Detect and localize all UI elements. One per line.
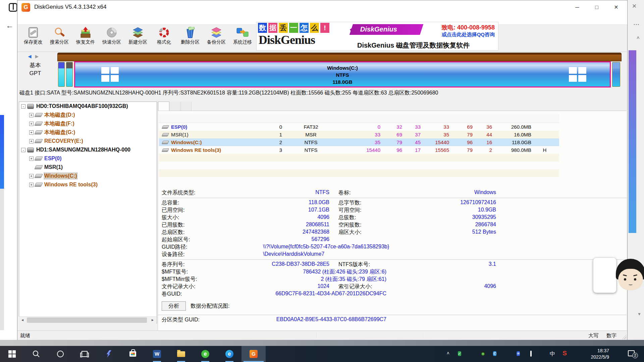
expand-box-icon[interactable]: + [29, 113, 34, 117]
more-options-icon[interactable]: ⋯ [633, 21, 640, 28]
table-row[interactable] [159, 177, 559, 185]
quick-partition-button[interactable]: 快速分区 [99, 25, 125, 52]
search-icon [33, 350, 40, 358]
tree-item[interactable]: - HD1:SAMSUNGMZNLN128HAHQ-000 [19, 145, 157, 154]
task-view-button[interactable] [72, 346, 97, 362]
menu-item[interactable] [29, 14, 37, 24]
scroll-right-icon[interactable]: ► [149, 317, 156, 323]
tree-item[interactable]: + ESP(0) [19, 154, 157, 163]
partition-block-msr[interactable] [66, 62, 73, 87]
tab[interactable] [180, 102, 192, 111]
detail-value: 4096 [219, 214, 329, 220]
taskbar-app-diskgenius[interactable]: G [241, 346, 266, 362]
format-button[interactable]: 格式化 [151, 25, 177, 52]
expand-box-icon[interactable]: + [29, 174, 34, 178]
table-row[interactable]: Windows RE tools(3) 3 NTFS 15440 96 17 1… [159, 146, 559, 154]
next-disk-arrow-icon[interactable]: ► [34, 53, 40, 60]
input-method-indicator[interactable]: 中 [550, 351, 555, 358]
input-method-widget[interactable] [593, 257, 616, 293]
table-row[interactable] [159, 169, 559, 177]
tree-item[interactable]: + RECOVERY(E:) [19, 137, 157, 145]
expand-box-icon[interactable]: + [29, 183, 34, 187]
partition-type-guid-row: 分区类型 GUID:EBD0A0A2-B9E5-4433-87C0-68B6B7… [162, 316, 627, 324]
backup-partition-icon [210, 27, 223, 38]
taskbar-app-edge[interactable]: e [217, 346, 241, 362]
prev-disk-arrow-icon[interactable]: ◄ [27, 53, 33, 60]
tray-display-icon[interactable] [530, 351, 532, 357]
tree-item[interactable]: + 本地磁盘(F:) [19, 119, 157, 128]
delete-partition-button[interactable]: 删除分区 [177, 25, 203, 52]
scrollbar-thumb[interactable] [27, 317, 147, 323]
recover-files-button[interactable]: 恢复文件 [72, 25, 99, 52]
menu-item[interactable] [37, 14, 45, 24]
tray-nvidia-icon[interactable]: ◉ [481, 351, 485, 357]
tree-item[interactable]: + Windows RE tools(3) [19, 180, 157, 189]
expand-box-icon[interactable]: + [29, 122, 34, 126]
taskbar-app-explorer[interactable] [169, 346, 193, 362]
expand-box-icon[interactable]: + [29, 130, 34, 135]
partition-block-re-tools[interactable] [612, 62, 620, 87]
partition-block-esp[interactable] [58, 62, 65, 87]
analyze-button[interactable]: 分析 [162, 301, 186, 311]
table-row[interactable]: Windows(C:) 2 NTFS 35 79 45 15440 96 16 … [159, 138, 559, 146]
tree-item[interactable]: + Windows(C:) [19, 172, 157, 180]
tree-item[interactable]: - HD0:TOSHIBAMQ04ABF100(932GB) [19, 102, 157, 111]
tab[interactable] [169, 102, 180, 111]
tree-horizontal-scrollbar[interactable]: ◄ ► [19, 316, 156, 323]
scroll-left-icon[interactable]: ◄ [19, 317, 26, 323]
expand-box-icon[interactable]: - [21, 104, 25, 109]
tree-item[interactable]: + 本地磁盘(D:) [19, 111, 157, 119]
back-arrow-icon[interactable]: ← [6, 21, 14, 30]
start-button[interactable] [0, 346, 24, 362]
expand-box-icon[interactable]: + [29, 157, 34, 161]
sogou-icon[interactable]: S [562, 350, 567, 357]
taskbar-search-button[interactable] [24, 346, 48, 362]
taskbar-app-word[interactable]: W [145, 346, 169, 362]
search-partition-button[interactable]: 搜索分区 [46, 25, 72, 52]
menu-item[interactable] [61, 14, 69, 24]
taskbar-clock[interactable]: 18:37 2022/5/9 [591, 348, 609, 360]
tree-item-label: RECOVERY(E:) [44, 138, 83, 144]
disk-capacity-strip[interactable] [57, 53, 622, 61]
menu-item[interactable] [45, 14, 53, 24]
expand-box-icon[interactable]: + [29, 139, 34, 143]
tray-chat-icon[interactable]: ✆ [493, 351, 496, 357]
tray-snowflake-icon[interactable]: ✳ [517, 351, 520, 357]
taskbar-app-feishu[interactable] [97, 346, 121, 362]
backup-partition-button[interactable]: 备份分区 [203, 25, 229, 52]
new-partition-button[interactable]: 新建分区 [125, 25, 151, 52]
table-row[interactable]: ESP(0) 0 FAT32 0 32 33 33 69 36 260.0MB [159, 123, 559, 131]
resize-grip[interactable] [622, 335, 627, 339]
advertisement-banner[interactable]: 数据丢一怎么! DiskGenius DiskGenius 致电: 400-00… [256, 22, 498, 51]
menu-item[interactable] [53, 14, 61, 24]
table-row[interactable] [159, 162, 559, 169]
scroll-down-icon[interactable]: ▼ [637, 312, 641, 316]
close-button[interactable]: ✕ [606, 0, 626, 14]
browser-icon: e [201, 350, 209, 358]
save-changes-button[interactable]: 保存更改 [20, 25, 46, 52]
taskbar-app-browser[interactable]: e [193, 346, 217, 362]
tab[interactable] [158, 102, 169, 111]
partition-block-windows-c[interactable]: Windows(C:) NTFS 118.0GB [74, 61, 611, 87]
tray-antivirus-icon[interactable]: ✓ [458, 351, 461, 357]
detail-label: 文件记录大小: [162, 283, 219, 290]
detail-value: 247482368 [219, 229, 329, 235]
cartoon-face-widget[interactable] [616, 259, 644, 292]
background-close-icon[interactable]: ✕ [632, 3, 637, 10]
tree-item[interactable]: + 本地磁盘(G:) [19, 128, 157, 137]
tree-item[interactable]: MSR(1) [19, 163, 157, 172]
system-migrate-button[interactable]: 系统迁移 [229, 25, 256, 52]
menu-item[interactable] [21, 14, 29, 24]
collapse-icon[interactable]: ˄ [637, 35, 640, 41]
analyze-row: 分析 数据分配情况图: [162, 301, 627, 311]
banner-qq-link[interactable]: 或点击此处选择QQ咨询 [442, 32, 495, 38]
cortana-button[interactable] [48, 346, 72, 362]
table-row[interactable]: MSR(1) 1 MSR 33 69 37 35 79 44 16.0MB [159, 131, 559, 138]
maximize-button[interactable]: □ [587, 0, 606, 14]
table-row[interactable] [159, 154, 559, 162]
tray-expand-icon[interactable]: ˄ [447, 351, 449, 356]
detail-label: 分区类型 GUID: [162, 316, 219, 323]
minimize-button[interactable]: ─ [568, 0, 587, 14]
expand-box-icon[interactable]: - [21, 148, 25, 152]
taskbar-app-store[interactable] [121, 346, 145, 362]
